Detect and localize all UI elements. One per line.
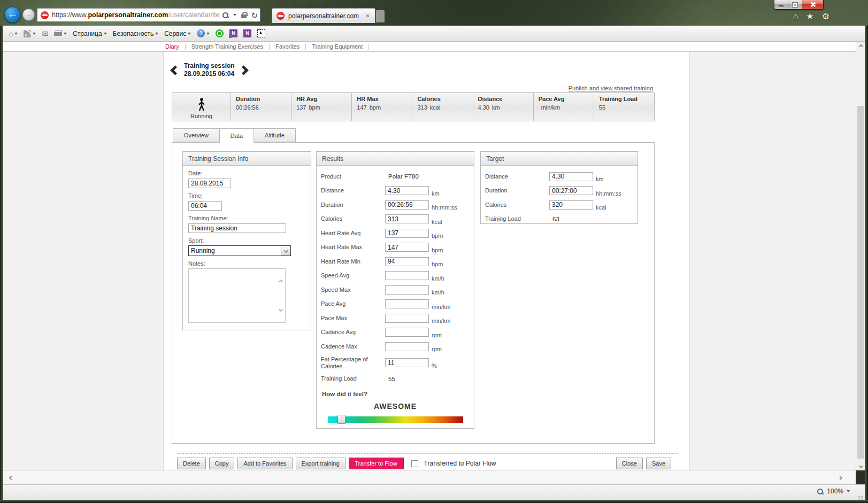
- add-to-favorites-button[interactable]: Add to Favorites: [237, 458, 292, 469]
- sport-select-button[interactable]: [281, 246, 290, 256]
- pace-max-input[interactable]: [385, 314, 429, 323]
- browser-navigation-bar: ← → https://www.polarpersonaltrainer.com…: [0, 0, 868, 26]
- addon-button-1[interactable]: [214, 28, 225, 38]
- target-calories-input[interactable]: [549, 200, 593, 210]
- security-menu[interactable]: Безопасность: [112, 29, 160, 38]
- field-label: Product: [321, 173, 385, 180]
- date-input[interactable]: [188, 179, 231, 188]
- forward-button[interactable]: →: [22, 9, 35, 21]
- feel-slider-handle[interactable]: [337, 415, 345, 424]
- back-button[interactable]: ←: [4, 6, 21, 23]
- session-title: Training session 28.09.2015 06:04: [184, 62, 235, 78]
- training-name-input[interactable]: [188, 223, 286, 233]
- results-row-fat-percentage: Fat Percentage of Calories %: [321, 354, 470, 372]
- help-menu[interactable]: ?: [196, 28, 211, 38]
- search-icon[interactable]: [222, 12, 229, 19]
- tab-overview[interactable]: Overview: [173, 128, 220, 142]
- settings-gear-icon[interactable]: ⚙: [822, 12, 829, 21]
- vertical-scrollbar-thumb[interactable]: [857, 106, 864, 459]
- resize-grip[interactable]: [861, 496, 863, 498]
- next-session-chevron-icon[interactable]: [239, 65, 248, 75]
- favorites-star-icon[interactable]: ★: [806, 12, 813, 21]
- nav-separator: [185, 44, 186, 50]
- fat-percentage-input[interactable]: [385, 358, 429, 367]
- results-row-distance: Distance km: [321, 184, 470, 198]
- tab-altitude[interactable]: Altitude: [254, 128, 296, 142]
- scrollbar-down-arrow[interactable]: [856, 461, 865, 470]
- transfer-to-flow-button[interactable]: Transfer to Flow: [349, 458, 404, 469]
- sport-select[interactable]: Running: [188, 245, 291, 256]
- export-training-button[interactable]: Export training: [296, 458, 345, 469]
- calories-input[interactable]: [385, 214, 429, 223]
- heart-rate-avg-input[interactable]: [385, 229, 429, 238]
- feel-slider[interactable]: [328, 416, 463, 423]
- scrollbar-up-arrow[interactable]: [856, 42, 865, 51]
- horizontal-scrollbar[interactable]: [3, 470, 856, 484]
- page-menu[interactable]: Страница: [72, 29, 107, 38]
- sport-column: Running: [172, 93, 231, 121]
- unit-label: hh:mm:ss: [432, 204, 457, 211]
- nav-item-favorites[interactable]: Favorites: [274, 43, 301, 50]
- transferred-checkbox[interactable]: [411, 460, 418, 467]
- save-button[interactable]: Save: [646, 458, 671, 469]
- scrollbar-right-arrow[interactable]: [834, 471, 846, 485]
- print-button[interactable]: [53, 29, 68, 38]
- window-frame-bottom: [0, 500, 868, 503]
- cadence-avg-input[interactable]: [385, 328, 429, 337]
- vertical-scrollbar[interactable]: [856, 42, 865, 470]
- results-row-cadence-avg: Cadence Avg rpm: [321, 326, 470, 340]
- stat-label: Distance: [478, 96, 533, 102]
- stat-unit: km: [492, 104, 500, 111]
- scrollbar-left-arrow[interactable]: [5, 471, 17, 485]
- browser-tab[interactable]: polarpersonaltrainer.com ×: [272, 8, 375, 23]
- speed-avg-input[interactable]: [385, 271, 429, 280]
- field-label: Fat Percentage of Calories: [321, 356, 385, 370]
- refresh-icon[interactable]: ↻: [251, 11, 258, 19]
- cadence-max-input[interactable]: [385, 342, 429, 351]
- heart-rate-max-input[interactable]: [385, 243, 429, 252]
- new-tab-button[interactable]: [376, 10, 385, 22]
- distance-input[interactable]: [385, 186, 429, 195]
- previous-session-chevron-icon[interactable]: [170, 65, 180, 75]
- home-icon[interactable]: ⌂: [793, 12, 798, 21]
- close-button[interactable]: Close: [616, 458, 643, 469]
- field-label: Pace Max: [321, 315, 385, 322]
- tab-close-icon[interactable]: ×: [364, 12, 371, 20]
- send-to-onenote-button[interactable]: N: [228, 28, 239, 38]
- read-mail-button[interactable]: ✉: [41, 29, 49, 38]
- panel-title: Results: [317, 152, 474, 166]
- home-page-button[interactable]: ⌂: [7, 29, 19, 38]
- session-header: Training session 28.09.2015 06:04: [172, 62, 247, 78]
- results-row-cadence-max: Cadence Max rpm: [321, 339, 470, 354]
- stat-label: HR Avg: [296, 96, 351, 102]
- heart-rate-min-input[interactable]: [385, 257, 429, 266]
- duration-input[interactable]: [385, 200, 429, 210]
- tab-data[interactable]: Data: [220, 128, 254, 143]
- target-distance-input[interactable]: [549, 172, 593, 181]
- nav-item-training-equipment[interactable]: Training Equipment: [311, 43, 364, 50]
- onenote-linked-notes-button[interactable]: N: [242, 28, 252, 38]
- tools-menu[interactable]: Сервис: [163, 29, 192, 38]
- unit-label: %: [432, 362, 437, 369]
- copy-button[interactable]: Copy: [209, 458, 235, 469]
- delete-button[interactable]: Delete: [177, 458, 206, 469]
- time-input[interactable]: [188, 201, 222, 211]
- url-text[interactable]: https://www.polarpersonaltrainer.com/use…: [52, 11, 220, 19]
- target-duration-input[interactable]: [549, 186, 593, 195]
- speed-max-input[interactable]: [385, 285, 429, 295]
- stat-label: HR Max: [357, 96, 412, 102]
- nav-item-diary[interactable]: Diary: [164, 43, 180, 50]
- results-row-duration: Duration hh:mm:ss: [321, 198, 470, 212]
- tools-menu-label: Сервис: [164, 30, 186, 37]
- notes-textarea[interactable]: [188, 268, 286, 323]
- stat-value: 137: [296, 104, 306, 111]
- pace-avg-input[interactable]: [385, 299, 429, 308]
- zoom-control[interactable]: 100%: [817, 487, 850, 495]
- publish-link[interactable]: Publish and view shared training: [569, 85, 653, 91]
- search-dropdown-caret-icon[interactable]: [233, 14, 236, 16]
- unit-label: rpm: [432, 332, 442, 338]
- feeds-button[interactable]: [22, 29, 37, 38]
- address-bar[interactable]: https://www.polarpersonaltrainer.com/use…: [37, 8, 260, 22]
- snipping-addon-button[interactable]: [256, 28, 266, 38]
- nav-item-strength-training-exercises[interactable]: Strength Training Exercises: [190, 43, 265, 50]
